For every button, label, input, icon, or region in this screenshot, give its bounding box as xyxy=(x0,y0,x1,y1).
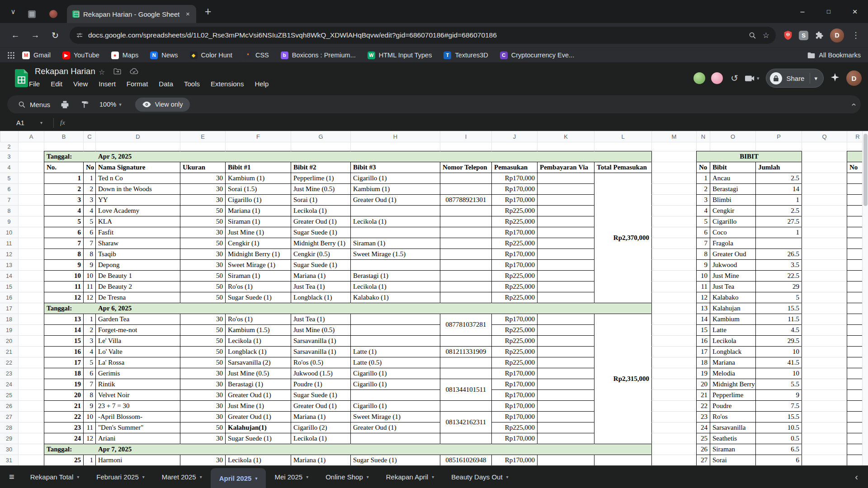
zoom-control[interactable]: 100% ▾ xyxy=(99,101,122,108)
cell[interactable]: Greater Oud (1) xyxy=(350,422,440,433)
gemini-sparkle-icon[interactable] xyxy=(830,73,840,84)
cell[interactable]: Bibit xyxy=(710,162,755,173)
cell[interactable] xyxy=(802,455,847,465)
cell[interactable] xyxy=(18,422,44,433)
cell[interactable]: 23 xyxy=(696,411,710,422)
cell[interactable]: 9 xyxy=(83,259,95,270)
cell[interactable]: Kalahujan(1) xyxy=(225,422,291,433)
cell[interactable]: Lecikola (1) xyxy=(350,281,440,292)
bookmark-cryptocurrency[interactable]: CCryptocurrency Eve... xyxy=(500,52,574,59)
cell[interactable] xyxy=(651,162,696,173)
maximize-button[interactable]: □ xyxy=(816,0,842,23)
cell[interactable]: Rp225,000 xyxy=(491,346,537,357)
cell[interactable] xyxy=(802,142,847,151)
cell[interactable]: 5 xyxy=(44,216,83,227)
cell[interactable]: 17 xyxy=(44,357,83,368)
cell[interactable] xyxy=(537,357,594,368)
cell[interactable]: 5 xyxy=(83,216,95,227)
cell[interactable] xyxy=(802,422,847,433)
bookmark-star-icon[interactable]: ☆ xyxy=(763,31,769,40)
cell[interactable]: Total Pemasukan xyxy=(594,162,651,173)
cell[interactable]: Just Tea xyxy=(710,281,755,292)
cell[interactable] xyxy=(440,173,491,183)
cell[interactable] xyxy=(537,444,594,455)
cell[interactable]: Rp170,000 xyxy=(491,433,537,444)
menu-data[interactable]: Data xyxy=(159,80,173,88)
row-header-10[interactable]: 10 xyxy=(0,227,18,238)
all-sheets-menu-icon[interactable]: ≡ xyxy=(9,472,14,482)
cell[interactable]: Sarsavanilla (2) xyxy=(225,357,291,368)
cell[interactable] xyxy=(18,314,44,324)
cell[interactable]: 20 xyxy=(696,379,710,389)
share-button[interactable]: Share ▾ xyxy=(766,69,824,88)
cell[interactable]: Rp225,000 xyxy=(491,335,537,346)
cell[interactable] xyxy=(651,346,696,357)
cell[interactable]: 30 xyxy=(180,400,225,411)
cell[interactable] xyxy=(802,205,847,216)
cell[interactable]: Pepperlime xyxy=(710,389,755,400)
row-header-17[interactable]: 17 xyxy=(0,303,18,314)
cell[interactable]: Poudre (1) xyxy=(291,379,350,389)
tab-search-button[interactable]: ∨ xyxy=(5,4,21,19)
vertical-scrollbar[interactable] xyxy=(862,131,868,465)
cell[interactable]: Greater Oud (1) xyxy=(291,216,350,227)
cell[interactable]: Velvet Noir xyxy=(95,389,180,400)
cell[interactable]: 14 xyxy=(755,183,802,194)
cell[interactable]: Latte (0.5) xyxy=(350,357,440,368)
cell[interactable]: Rp170,000 xyxy=(491,173,537,183)
row-header-16[interactable]: 16 xyxy=(0,292,18,303)
cell[interactable]: Kambium (1) xyxy=(350,183,440,194)
sheet-tab-online-shop[interactable]: Online Shop▾ xyxy=(317,466,377,488)
cell[interactable]: 12 xyxy=(83,433,95,444)
column-header-I[interactable]: I xyxy=(440,131,491,142)
cell[interactable]: Down in the Woods xyxy=(95,183,180,194)
cell[interactable]: 41.5 xyxy=(755,357,802,368)
column-header-G[interactable]: G xyxy=(291,131,350,142)
cell[interactable] xyxy=(291,303,350,314)
cell[interactable] xyxy=(350,324,440,335)
cell[interactable]: 24 xyxy=(44,433,83,444)
cell[interactable] xyxy=(651,238,696,249)
cell[interactable] xyxy=(440,183,491,194)
cell[interactable]: Rp225,000 xyxy=(491,281,537,292)
cell[interactable]: Ro'os (1) xyxy=(225,314,291,324)
sheet-tab-februari-2025[interactable]: Februari 2025▾ xyxy=(88,466,153,488)
row-header-14[interactable]: 14 xyxy=(0,270,18,281)
cell[interactable] xyxy=(537,389,594,400)
new-tab-button[interactable]: + xyxy=(200,4,216,20)
cell[interactable]: 50 xyxy=(180,238,225,249)
cell[interactable] xyxy=(537,324,594,335)
cell[interactable] xyxy=(18,455,44,465)
cell[interactable]: Pemasukan xyxy=(491,162,537,173)
cell[interactable]: 8 xyxy=(696,249,710,259)
cell[interactable]: 30 xyxy=(180,368,225,379)
cell[interactable]: 10 xyxy=(755,368,802,379)
cell[interactable] xyxy=(537,173,594,183)
cell[interactable]: Kalabako xyxy=(710,292,755,303)
cell[interactable] xyxy=(18,281,44,292)
view-only-badge[interactable]: View only xyxy=(135,98,190,112)
cell[interactable] xyxy=(18,227,44,238)
cell[interactable] xyxy=(440,357,491,368)
menu-help[interactable]: Help xyxy=(255,80,269,88)
cell[interactable] xyxy=(440,303,491,314)
row-header-25[interactable]: 25 xyxy=(0,389,18,400)
collapse-toolbar-icon[interactable]: › xyxy=(849,103,858,106)
cell[interactable]: Rp225,000 xyxy=(491,216,537,227)
cell[interactable] xyxy=(802,259,847,270)
bookmark-maps[interactable]: ●Maps xyxy=(111,52,138,59)
cell[interactable]: Just Mine (1) xyxy=(225,227,291,238)
meet-button[interactable]: ▾ xyxy=(745,75,760,82)
cell[interactable] xyxy=(225,303,291,314)
cell[interactable] xyxy=(18,357,44,368)
cell[interactable] xyxy=(651,151,696,162)
cell[interactable]: Mariana (1) xyxy=(291,270,350,281)
bookmark-youtube[interactable]: ▶YouTube xyxy=(62,52,99,59)
cell[interactable]: Sugar Suede (1) xyxy=(225,433,291,444)
cell[interactable] xyxy=(350,335,440,346)
cell[interactable]: Lecikola xyxy=(710,335,755,346)
cell[interactable]: 27 xyxy=(696,455,710,465)
account-avatar[interactable]: D xyxy=(846,70,862,86)
cell[interactable] xyxy=(651,411,696,422)
cell[interactable]: Kalahujan xyxy=(710,303,755,314)
